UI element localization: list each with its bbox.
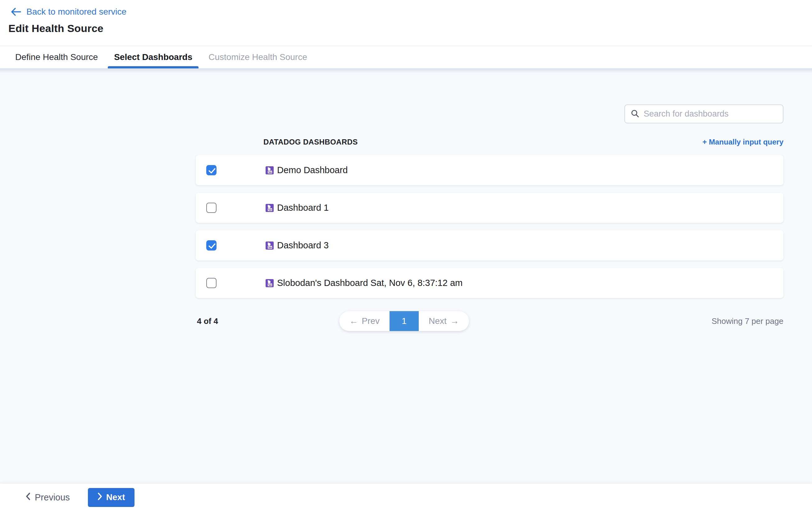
next-button[interactable]: Next — [88, 488, 135, 507]
row-checkbox[interactable] — [206, 240, 216, 250]
left-arrow-icon: ← — [349, 316, 358, 326]
row-checkbox[interactable] — [206, 165, 216, 175]
previous-button-label: Previous — [35, 492, 70, 503]
pager-prev-label: Prev — [361, 316, 380, 326]
chevron-right-icon — [97, 492, 102, 503]
row-checkbox[interactable] — [206, 203, 216, 213]
tab-label: Select Dashboards — [114, 52, 192, 62]
checkbox-cell — [196, 203, 265, 213]
back-to-monitored-service-link[interactable]: Back to monitored service — [8, 7, 126, 17]
dashboard-list: DATADOG DASHBOARDS + Manually input quer… — [196, 138, 783, 331]
dashboard-name: Slobodan's Dashboard Sat, Nov 6, 8:37:12… — [277, 278, 463, 288]
tab-label: Customize Health Source — [208, 52, 307, 62]
wizard-tabbar: Define Health Source Select Dashboards C… — [0, 46, 812, 69]
dashboard-row-slobodans-dashboard[interactable]: Slobodan's Dashboard Sat, Nov 6, 8:37:12… — [196, 268, 783, 298]
pager-page-1-button[interactable]: 1 — [389, 311, 419, 331]
right-arrow-icon: → — [451, 316, 459, 326]
dashboard-row-dashboard-3[interactable]: Dashboard 3 — [196, 230, 783, 261]
row-count-label: 4 of 4 — [197, 317, 218, 326]
pager-prev-button[interactable]: ← Prev — [339, 311, 389, 331]
tab-customize-health-source[interactable]: Customize Health Source — [208, 46, 307, 69]
page-title: Edit Health Source — [8, 22, 804, 34]
tab-select-dashboards[interactable]: Select Dashboards — [114, 46, 192, 69]
checkbox-cell — [196, 278, 265, 288]
content-area: DATADOG DASHBOARDS + Manually input quer… — [0, 69, 812, 484]
search-row — [0, 104, 783, 124]
dashboard-row-demo-dashboard[interactable]: Demo Dashboard — [196, 155, 783, 185]
pager-next-label: Next — [429, 316, 447, 326]
checkbox-cell — [196, 165, 265, 175]
dashboard-name: Dashboard 1 — [277, 203, 329, 213]
dashboard-name: Demo Dashboard — [277, 165, 348, 175]
back-arrow-icon — [10, 7, 22, 16]
datadog-icon — [265, 241, 274, 250]
back-link-label: Back to monitored service — [26, 7, 126, 17]
dashboard-name: Dashboard 3 — [277, 240, 329, 250]
next-button-label: Next — [106, 492, 125, 502]
dashboard-row-dashboard-1[interactable]: Dashboard 1 — [196, 193, 783, 223]
datadog-icon — [265, 204, 274, 212]
per-page-label: Showing 7 per page — [712, 317, 783, 326]
previous-button[interactable]: Previous — [26, 492, 70, 503]
tab-label: Define Health Source — [15, 52, 98, 62]
checkbox-cell — [196, 240, 265, 250]
dashboard-searchbox[interactable] — [625, 104, 783, 124]
column-header-datadog-dashboards: DATADOG DASHBOARDS — [263, 138, 358, 146]
search-icon — [631, 109, 639, 119]
manually-input-query-link[interactable]: + Manually input query — [702, 138, 783, 146]
pager: ← Prev 1 Next → — [339, 311, 469, 331]
edit-health-source-page: Back to monitored service Edit Health So… — [0, 0, 812, 511]
row-checkbox[interactable] — [206, 278, 216, 288]
pager-next-button[interactable]: Next → — [419, 311, 469, 331]
pagination-row: 4 of 4 ← Prev 1 Next → Showing 7 per pag… — [196, 311, 783, 331]
tab-define-health-source[interactable]: Define Health Source — [15, 46, 98, 69]
chevron-left-icon — [26, 492, 30, 503]
search-input[interactable] — [644, 109, 778, 119]
datadog-icon — [265, 166, 274, 175]
list-header: DATADOG DASHBOARDS + Manually input quer… — [196, 138, 783, 146]
datadog-icon — [265, 279, 274, 288]
page-header: Back to monitored service Edit Health So… — [0, 0, 812, 46]
wizard-footer: Previous Next — [0, 484, 812, 511]
